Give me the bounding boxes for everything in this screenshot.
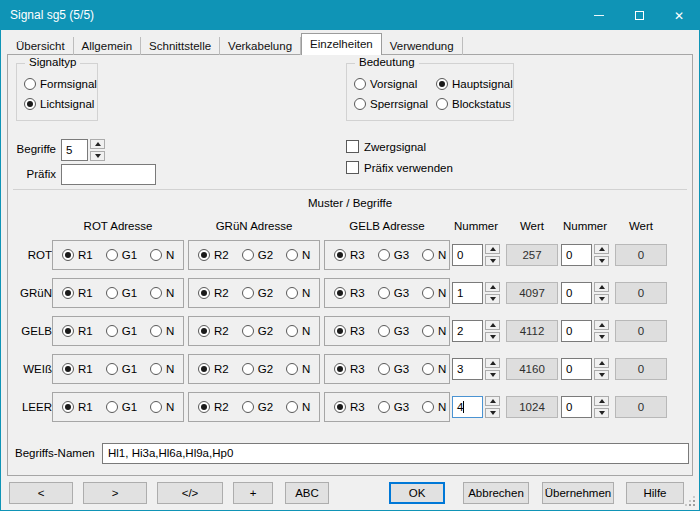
radio-r2[interactable]: R2: [198, 249, 229, 261]
praefix-input[interactable]: [61, 164, 156, 185]
radio-r2[interactable]: R2: [198, 287, 229, 299]
radio-g3[interactable]: G3: [378, 249, 409, 261]
title-bar[interactable]: Signal sg5 (5/5) ✕: [1, 1, 699, 30]
radio-r3[interactable]: R3: [334, 401, 365, 413]
tab-allgemein[interactable]: Allgemein: [74, 37, 142, 55]
abc-button[interactable]: ABC: [285, 482, 329, 504]
radio-g2[interactable]: G2: [242, 325, 273, 337]
spin-up-button[interactable]: [90, 139, 105, 149]
spinner-value[interactable]: 2: [452, 320, 483, 342]
radio-g3[interactable]: G3: [378, 287, 409, 299]
spin-down-button[interactable]: [594, 408, 609, 418]
nummer-spinner-2[interactable]: 0: [561, 244, 609, 266]
radio-g2[interactable]: G2: [242, 363, 273, 375]
radio-r3[interactable]: R3: [334, 287, 365, 299]
radio-n[interactable]: N: [286, 249, 310, 261]
ok-button[interactable]: OK: [389, 482, 445, 504]
minimize-button[interactable]: [579, 1, 619, 30]
plus-button[interactable]: +: [233, 482, 273, 504]
tab-verwendung[interactable]: Verwendung: [382, 37, 463, 55]
radio-r1[interactable]: R1: [62, 287, 93, 299]
radio-lichtsignal[interactable]: Lichtsignal: [24, 98, 97, 110]
radio-vorsignal[interactable]: Vorsignal: [354, 78, 434, 90]
spinner-value[interactable]: 0: [561, 358, 592, 380]
nummer-spinner-1[interactable]: 4: [452, 396, 500, 418]
radio-r2[interactable]: R2: [198, 363, 229, 375]
radio-r1[interactable]: R1: [62, 363, 93, 375]
spin-up-button[interactable]: [594, 244, 609, 254]
spin-up-button[interactable]: [485, 396, 500, 406]
radio-n[interactable]: N: [150, 363, 174, 375]
hilfe-button[interactable]: Hilfe: [626, 482, 684, 504]
radio-n[interactable]: N: [150, 287, 174, 299]
radio-r3[interactable]: R3: [334, 363, 365, 375]
spin-down-button[interactable]: [594, 370, 609, 380]
radio-g2[interactable]: G2: [242, 287, 273, 299]
next-button[interactable]: >: [83, 482, 147, 504]
prev-button[interactable]: <: [9, 482, 73, 504]
maximize-button[interactable]: [619, 1, 659, 30]
nummer-spinner-2[interactable]: 0: [561, 358, 609, 380]
radio-r1[interactable]: R1: [62, 325, 93, 337]
radio-n[interactable]: N: [422, 249, 446, 261]
spin-down-button[interactable]: [90, 151, 105, 161]
spin-down-button[interactable]: [594, 294, 609, 304]
spin-down-button[interactable]: [485, 370, 500, 380]
spinner-value[interactable]: 0: [561, 320, 592, 342]
spin-down-button[interactable]: [594, 256, 609, 266]
spinner-value[interactable]: 0: [561, 282, 592, 304]
nummer-spinner-1[interactable]: 1: [452, 282, 500, 304]
radio-g1[interactable]: G1: [106, 249, 137, 261]
nummer-spinner-1[interactable]: 0: [452, 244, 500, 266]
checkbox-pr-fix-verwenden[interactable]: Präfix verwenden: [346, 161, 453, 174]
nummer-spinner-1[interactable]: 2: [452, 320, 500, 342]
tab-verkabelung[interactable]: Verkabelung: [220, 37, 301, 55]
nummer-spinner-1[interactable]: 3: [452, 358, 500, 380]
spinner-value[interactable]: 4: [452, 396, 483, 418]
spin-up-button[interactable]: [594, 320, 609, 330]
tab-bersicht[interactable]: Übersicht: [8, 37, 74, 55]
radio-g3[interactable]: G3: [378, 325, 409, 337]
radio-n[interactable]: N: [422, 363, 446, 375]
radio-formsignal[interactable]: Formsignal: [24, 78, 97, 90]
radio-r3[interactable]: R3: [334, 249, 365, 261]
radio-n[interactable]: N: [422, 401, 446, 413]
radio-g1[interactable]: G1: [106, 325, 137, 337]
spin-down-button[interactable]: [485, 332, 500, 342]
radio-blockstatus[interactable]: Blockstatus: [436, 98, 513, 110]
bernehmen-button[interactable]: Übernehmen: [542, 482, 614, 504]
spinner-value[interactable]: 0: [561, 396, 592, 418]
checkbox-zwergsignal[interactable]: Zwergsignal: [346, 140, 453, 153]
radio-n[interactable]: N: [286, 401, 310, 413]
spin-up-button[interactable]: [594, 358, 609, 368]
radio-n[interactable]: N: [286, 287, 310, 299]
begriffe-spinner[interactable]: 5: [61, 139, 107, 161]
spin-up-button[interactable]: [485, 282, 500, 292]
nummer-spinner-2[interactable]: 0: [561, 396, 609, 418]
radio-sperrsignal[interactable]: Sperrsignal: [354, 98, 434, 110]
radio-r1[interactable]: R1: [62, 249, 93, 261]
radio-g3[interactable]: G3: [378, 363, 409, 375]
resize-grip-icon[interactable]: [693, 504, 695, 506]
radio-n[interactable]: N: [422, 287, 446, 299]
radio-g3[interactable]: G3: [378, 401, 409, 413]
spinner-value[interactable]: 1: [452, 282, 483, 304]
spinner-value[interactable]: 0: [452, 244, 483, 266]
spinner-value[interactable]: 3: [452, 358, 483, 380]
radio-n[interactable]: N: [150, 249, 174, 261]
spin-down-button[interactable]: [485, 294, 500, 304]
spin-down-button[interactable]: [485, 408, 500, 418]
spin-up-button[interactable]: [594, 396, 609, 406]
tab-einzelheiten[interactable]: Einzelheiten: [301, 33, 382, 55]
radio-g2[interactable]: G2: [242, 401, 273, 413]
spin-down-button[interactable]: [594, 332, 609, 342]
radio-g1[interactable]: G1: [106, 401, 137, 413]
radio-n[interactable]: N: [286, 363, 310, 375]
tab-schnittstelle[interactable]: Schnittstelle: [141, 37, 220, 55]
radio-r2[interactable]: R2: [198, 401, 229, 413]
begriffe-spinner-value[interactable]: 5: [61, 139, 88, 161]
begriffs-namen-input[interactable]: Hl1, Hi3a,Hl6a,Hl9a,Hp0: [102, 443, 689, 464]
nummer-spinner-2[interactable]: 0: [561, 282, 609, 304]
spinner-value[interactable]: 0: [561, 244, 592, 266]
radio-hauptsignal[interactable]: Hauptsignal: [436, 78, 513, 90]
